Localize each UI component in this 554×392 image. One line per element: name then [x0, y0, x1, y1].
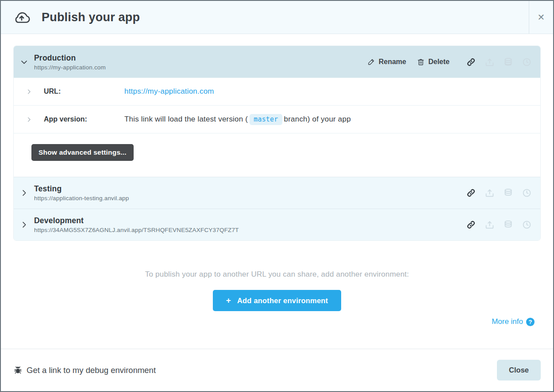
app-version-detail-row[interactable]: App version: This link will load the lat…: [14, 106, 540, 133]
copy-link-icon[interactable]: [466, 57, 476, 67]
close-button[interactable]: Close: [497, 360, 541, 381]
history-clock-icon[interactable]: [522, 220, 531, 229]
show-advanced-settings-button[interactable]: Show advanced settings...: [31, 144, 134, 161]
chevron-right-icon: [20, 189, 28, 197]
environment-url: https://my-application.com: [34, 64, 367, 71]
environment-row-testing[interactable]: Testing https://application-testing.anvi…: [14, 177, 540, 209]
pencil-icon: [367, 58, 375, 66]
production-details-panel: URL: https://my-application.com App vers…: [14, 78, 540, 177]
environment-name: Production: [34, 53, 367, 63]
add-environment-prompt: To publish your app to another URL you c…: [1, 270, 553, 279]
database-icon[interactable]: [504, 220, 513, 229]
dialog-header: Publish your app ✕: [1, 1, 553, 34]
deploy-upload-icon[interactable]: [485, 188, 494, 198]
rename-button[interactable]: Rename: [367, 58, 406, 66]
chevron-right-icon: [26, 116, 32, 123]
chevron-right-icon: [20, 221, 28, 229]
chevron-right-icon: [26, 88, 32, 95]
debug-environment-link[interactable]: Get a link to my debug environment: [13, 365, 156, 375]
environment-name: Testing: [34, 184, 466, 194]
environment-row-development[interactable]: Development https://34AMG5SX7Z6AGNLJ.anv…: [14, 209, 540, 240]
question-circle-icon: ?: [526, 318, 535, 326]
environment-title-block: Development https://34AMG5SX7Z6AGNLJ.anv…: [34, 216, 466, 233]
copy-link-icon[interactable]: [466, 188, 476, 198]
app-version-label: App version:: [44, 115, 124, 123]
branch-badge: master: [250, 114, 282, 125]
bug-icon: [13, 365, 23, 375]
trash-icon: [417, 58, 425, 66]
dialog-footer: Get a link to my debug environment Close: [1, 349, 553, 391]
environment-url: https://application-testing.anvil.app: [34, 195, 466, 202]
environment-row-production[interactable]: Production https://my-application.com Re…: [14, 46, 540, 78]
history-clock-icon[interactable]: [522, 188, 531, 198]
deploy-upload-icon[interactable]: [485, 220, 494, 229]
close-dialog-button[interactable]: ✕: [529, 1, 553, 34]
environment-title-block: Production https://my-application.com: [34, 53, 367, 71]
environment-title-block: Testing https://application-testing.anvi…: [34, 184, 466, 202]
plus-icon: +: [226, 296, 231, 305]
history-clock-icon[interactable]: [522, 57, 531, 67]
cloud-upload-icon: [13, 10, 31, 25]
database-icon[interactable]: [504, 57, 513, 67]
deploy-upload-icon[interactable]: [485, 57, 494, 67]
production-url-link[interactable]: https://my-application.com: [124, 87, 214, 96]
environment-name: Development: [34, 216, 466, 225]
copy-link-icon[interactable]: [466, 220, 476, 229]
delete-button[interactable]: Delete: [417, 58, 450, 66]
environments-card: Production https://my-application.com Re…: [13, 46, 541, 241]
environment-url: https://34AMG5SX7Z6AGNLJ.anvil.app/TSRHQ…: [34, 227, 466, 233]
close-icon: ✕: [538, 12, 545, 23]
chevron-down-icon: [20, 58, 28, 66]
url-detail-row[interactable]: URL: https://my-application.com: [14, 78, 540, 106]
add-environment-button[interactable]: + Add another environment: [213, 290, 342, 311]
dialog-title: Publish your app: [42, 11, 140, 24]
database-icon[interactable]: [504, 188, 513, 198]
more-info-link[interactable]: More info ?: [492, 317, 535, 326]
url-label: URL:: [44, 88, 124, 95]
app-version-description: This link will load the latest version (…: [124, 115, 351, 124]
